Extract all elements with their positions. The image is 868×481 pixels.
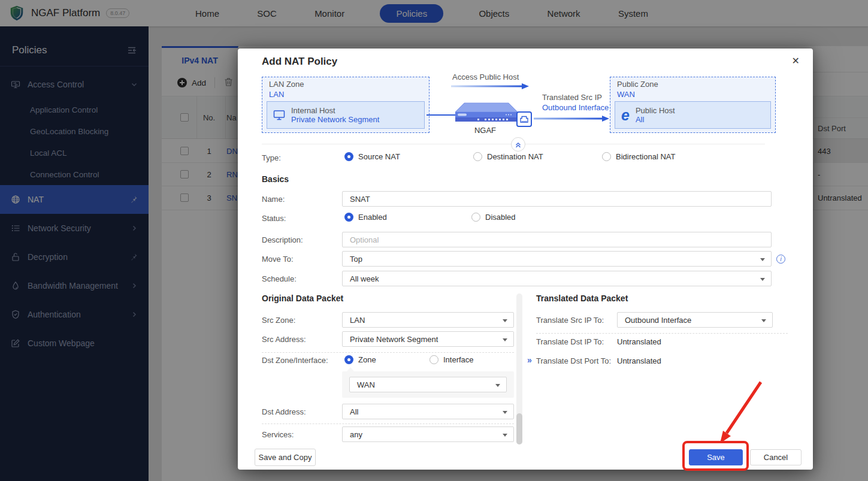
translate-src-ip-value: Outbound Interface (625, 316, 691, 325)
caret-down-icon (495, 384, 500, 387)
type-label: Type: (262, 153, 281, 162)
dst-address-label: Dst Address: (262, 407, 306, 416)
public-host-box: e Public Host All (615, 101, 771, 129)
dst-zone-interface-label: Dst Zone/Interface: (262, 356, 328, 365)
ngaf-device-illustration (455, 98, 518, 126)
caret-down-icon (760, 278, 765, 281)
services-value: any (350, 430, 362, 439)
section-dashed-divider (262, 423, 514, 424)
dst-zone-value: WAN (357, 380, 375, 389)
translated-src-ip-label: Translated Src IP (542, 93, 602, 102)
move-to-select[interactable]: Top (342, 251, 772, 267)
internal-host-label: Internal Host (291, 106, 379, 115)
src-address-value: Private Network Segment (350, 335, 438, 344)
radio-dot (471, 213, 480, 222)
caret-down-icon (503, 319, 507, 322)
cancel-button[interactable]: Cancel (750, 449, 802, 465)
arrow-device-to-public (534, 114, 609, 125)
caret-down-icon (761, 319, 766, 322)
close-icon[interactable]: ✕ (792, 55, 800, 66)
basics-heading: Basics (262, 174, 289, 184)
lan-zone-label: LAN Zone (269, 80, 304, 89)
dialog-title: Add NAT Policy (262, 56, 337, 68)
original-packet-heading: Original Data Packet (262, 294, 343, 303)
screen: NGAF Platform 8.0.47 Home SOC Monitor Po… (0, 0, 868, 481)
dst-zone-select[interactable]: WAN (349, 377, 507, 392)
translate-src-ip-label: Translate Src IP To: (536, 316, 604, 325)
src-zone-select[interactable]: LAN (342, 312, 514, 328)
src-zone-label: Src Zone: (262, 316, 295, 325)
radio-dot (602, 152, 611, 161)
monitor-icon (273, 110, 285, 121)
radio-disabled[interactable]: Disabled (471, 213, 516, 222)
dst-address-value: All (350, 407, 358, 416)
status-label: Status: (262, 214, 286, 223)
translated-packet-heading: Translated Data Packet (536, 294, 628, 303)
add-nat-policy-dialog: Add NAT Policy ✕ LAN Zone LAN Internal H… (238, 49, 813, 470)
translate-dst-ip-label: Translate Dst IP To: (536, 337, 604, 346)
radio-dot (344, 213, 353, 222)
collapse-diagram-button[interactable] (511, 137, 525, 152)
radio-interface[interactable]: Interface (430, 355, 474, 364)
public-zone-label: Public Zone (617, 80, 658, 89)
dst-address-select[interactable]: All (342, 404, 514, 419)
browser-e-icon: e (621, 108, 630, 123)
name-input[interactable] (342, 191, 772, 207)
radio-bidirectional-nat[interactable]: Bidirectional NAT (602, 152, 675, 161)
info-icon[interactable]: i (776, 255, 785, 264)
radio-dot (473, 152, 482, 161)
radio-source-nat[interactable]: Source NAT (344, 152, 400, 161)
schedule-select[interactable]: All week (342, 271, 772, 286)
public-host-value: All (636, 115, 675, 124)
translate-src-ip-select[interactable]: Outbound Interface (617, 312, 773, 328)
services-label: Services: (262, 430, 294, 439)
expand-panel-icon[interactable]: » (527, 355, 532, 365)
schedule-label: Schedule: (262, 274, 297, 283)
translate-dst-port-value: Untranslated (617, 356, 661, 365)
services-select[interactable]: any (342, 426, 514, 442)
section-dashed-divider (536, 333, 788, 334)
radio-zone[interactable]: Zone (344, 355, 376, 364)
move-to-value: Top (350, 255, 362, 264)
translated-src-ip-value: Outbound Interface (542, 103, 609, 112)
internal-host-box: Internal Host Private Network Segment (267, 101, 425, 129)
translate-dst-ip-value: Untranslated (617, 337, 661, 346)
save-button[interactable]: Save (689, 449, 743, 465)
caret-down-icon (503, 338, 507, 341)
scrollbar-thumb[interactable] (516, 413, 522, 444)
lan-zone-value: LAN (269, 90, 284, 99)
caret-down-icon (503, 434, 507, 437)
access-public-host-label: Access Public Host (452, 72, 554, 81)
radio-enabled[interactable]: Enabled (344, 213, 387, 222)
radio-dot (344, 152, 353, 161)
move-to-label: Move To: (262, 255, 294, 264)
access-public-host-arrow (451, 81, 529, 92)
public-zone-value: WAN (617, 90, 635, 99)
caret-down-icon (760, 258, 765, 261)
save-and-copy-button[interactable]: Save and Copy (255, 449, 316, 466)
name-label: Name: (262, 195, 285, 204)
ethernet-port-icon (516, 111, 532, 127)
radio-dot (430, 355, 438, 364)
caret-down-icon (503, 411, 507, 414)
description-input[interactable] (342, 232, 772, 247)
internal-host-value: Private Network Segment (291, 115, 379, 124)
radio-destination-nat[interactable]: Destination NAT (473, 152, 543, 161)
src-address-select[interactable]: Private Network Segment (342, 331, 514, 347)
public-host-label: Public Host (636, 106, 675, 115)
src-address-label: Src Address: (262, 335, 306, 344)
schedule-value: All week (350, 274, 379, 283)
src-zone-value: LAN (350, 316, 365, 325)
radio-dot (344, 355, 353, 364)
section-dashed-divider (262, 352, 514, 353)
translate-dst-port-label: Translate Dst Port To: (536, 356, 611, 365)
device-label: NGAF (470, 126, 500, 135)
description-label: Description: (262, 235, 303, 244)
